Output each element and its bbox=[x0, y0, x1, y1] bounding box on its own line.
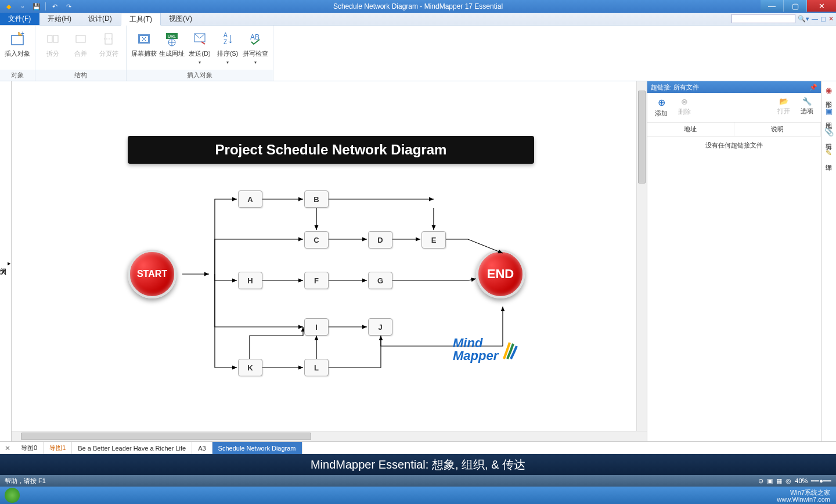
minimize-button[interactable]: — bbox=[761, 0, 784, 12]
menu-design[interactable]: 设计(D) bbox=[80, 13, 121, 25]
svg-rect-4 bbox=[53, 35, 58, 42]
svg-text:+: + bbox=[21, 31, 24, 37]
windows-taskbar: Win7系统之家 www.Winwin7.com bbox=[0, 487, 836, 504]
ribbon-label: 插入对象 bbox=[5, 49, 30, 58]
merge-button: 合并 bbox=[67, 28, 95, 67]
doc-tab[interactable]: A3 bbox=[192, 442, 212, 454]
pagebreak-button: 分页符 bbox=[95, 28, 122, 67]
collapse-icon[interactable]: ▸ bbox=[8, 260, 11, 267]
diagram-node-I[interactable]: I bbox=[304, 318, 329, 336]
diagram-node-G[interactable]: G bbox=[368, 272, 392, 289]
start-menu-icon[interactable] bbox=[5, 488, 20, 503]
sort-button[interactable]: AZ 排序(S)▾ bbox=[214, 28, 242, 67]
ribbon-group-structure: 拆分 合并 分页符 结构 bbox=[35, 26, 127, 81]
redo-icon[interactable]: ↷ bbox=[63, 1, 74, 12]
svg-text:URL: URL bbox=[168, 34, 176, 38]
vertical-scrollbar[interactable] bbox=[636, 81, 647, 431]
start-node[interactable]: START bbox=[128, 250, 182, 304]
end-node[interactable]: END bbox=[476, 250, 531, 304]
send-button[interactable]: 发送(D)▾ bbox=[186, 28, 214, 67]
diagram-node-B[interactable]: B bbox=[304, 190, 329, 208]
menubar: 文件(F) 开始(H) 设计(D) 工具(T) 视图(V) 🔍▾ — ▢ ✕ bbox=[0, 13, 836, 26]
help-restore-icon[interactable]: ▢ bbox=[820, 15, 826, 23]
open-link-button: 📂打开 bbox=[772, 95, 795, 120]
svg-text:A: A bbox=[224, 32, 228, 38]
titlebar: ◆ ▫ 💾 ↶ ↷ Schedule Network Diagram - Min… bbox=[0, 0, 836, 13]
hyperlink-panel: 超链接: 所有文件 📌 ⊕添加 ⊗删除 📂打开 🔧选项 地址 说明 没有任何超链… bbox=[647, 81, 821, 441]
spellcheck-button[interactable]: AB 拼写检查▾ bbox=[242, 28, 269, 67]
brand-icon bbox=[502, 338, 519, 361]
screen-capture-button[interactable]: 屏幕捕获 bbox=[130, 28, 158, 67]
view-icon[interactable]: ▣ bbox=[767, 477, 773, 485]
insert-object-button[interactable]: + 插入对象 bbox=[3, 28, 31, 67]
link-columns: 地址 说明 bbox=[647, 123, 821, 136]
window-title: Schedule Network Diagram - MindMapper 17… bbox=[333, 2, 503, 10]
diagram-node-J[interactable]: J bbox=[368, 318, 392, 336]
maximize-button[interactable]: ▢ bbox=[784, 0, 807, 12]
undo-icon[interactable]: ↶ bbox=[49, 1, 60, 12]
view-icon2[interactable]: ▦ bbox=[776, 477, 782, 485]
new-icon[interactable]: ▫ bbox=[17, 1, 28, 12]
doc-tab[interactable]: 导图0 bbox=[15, 442, 44, 454]
diagram-title[interactable]: Project Schedule Network Diagram bbox=[128, 136, 534, 164]
panel-header[interactable]: 超链接: 所有文件 📌 bbox=[647, 81, 821, 93]
status-right: ⊖ ▣ ▦ ◎ 40% ━━●━━ bbox=[758, 477, 831, 485]
diagram-node-A[interactable]: A bbox=[238, 190, 262, 208]
split-button: 拆分 bbox=[39, 28, 67, 67]
doc-tab-active[interactable]: Schedule Network Diagram bbox=[212, 442, 302, 454]
diagram-node-C[interactable]: C bbox=[304, 231, 329, 249]
outline-tab[interactable]: ▸ 大纲 bbox=[0, 81, 12, 441]
side-map[interactable]: ▣地图 bbox=[824, 107, 833, 117]
brand-logo: MindMapper bbox=[453, 337, 519, 362]
tab-close-icon[interactable]: ✕ bbox=[0, 442, 15, 454]
zoom-level[interactable]: 40% bbox=[795, 477, 808, 484]
status-help: 帮助，请按 F1 bbox=[5, 477, 46, 485]
canvas[interactable]: Project Schedule Network Diagram START E… bbox=[12, 81, 647, 441]
side-shapes[interactable]: ◉图形 bbox=[824, 86, 833, 96]
doc-tab[interactable]: Be a Better Leader Have a Richer Life bbox=[72, 442, 192, 454]
watermark: Win7系统之家 www.Winwin7.com bbox=[777, 489, 830, 503]
gen-url-button[interactable]: URL 生成网址 bbox=[158, 28, 186, 67]
diagram-node-K[interactable]: K bbox=[238, 359, 262, 376]
side-clip[interactable]: 📎剪辑 bbox=[824, 128, 834, 138]
svg-rect-0 bbox=[12, 35, 23, 45]
delete-link-button: ⊗删除 bbox=[673, 95, 696, 120]
zoom-slider[interactable]: ━━●━━ bbox=[811, 477, 831, 485]
pin-icon[interactable]: 📌 bbox=[809, 84, 817, 91]
quick-access-toolbar: ◆ ▫ 💾 ↶ ↷ bbox=[0, 1, 74, 12]
svg-text:Z: Z bbox=[224, 39, 227, 45]
help-close-icon[interactable]: ✕ bbox=[828, 15, 834, 23]
menu-tools[interactable]: 工具(T) bbox=[121, 13, 161, 26]
svg-rect-3 bbox=[48, 35, 52, 42]
document-tabs: ✕ 导图0 导图1 Be a Better Leader Have a Rich… bbox=[0, 441, 836, 454]
diagram-node-H[interactable]: H bbox=[238, 272, 262, 289]
search-icon[interactable]: 🔍▾ bbox=[798, 15, 809, 23]
save-icon[interactable]: 💾 bbox=[31, 1, 42, 12]
help-min-icon[interactable]: — bbox=[812, 15, 818, 23]
menu-start[interactable]: 开始(H) bbox=[39, 13, 80, 25]
add-link-button[interactable]: ⊕添加 bbox=[650, 95, 673, 120]
ribbon-group-label: 对象 bbox=[0, 70, 35, 81]
horizontal-scrollbar[interactable] bbox=[12, 431, 647, 441]
brand-text: MindMapper bbox=[453, 337, 498, 362]
diagram-node-L[interactable]: L bbox=[304, 359, 329, 376]
file-menu[interactable]: 文件(F) bbox=[0, 13, 39, 25]
close-button[interactable]: ✕ bbox=[807, 0, 836, 12]
menubar-right: 🔍▾ — ▢ ✕ bbox=[732, 14, 834, 23]
options-button[interactable]: 🔧选项 bbox=[795, 95, 819, 120]
connector-lines bbox=[12, 81, 627, 441]
diagram-node-D[interactable]: D bbox=[368, 231, 392, 249]
app-icon[interactable]: ◆ bbox=[3, 1, 14, 12]
zoom-out-icon[interactable]: ⊖ bbox=[758, 477, 763, 485]
view-icon3[interactable]: ◎ bbox=[785, 477, 791, 485]
doc-tab[interactable]: 导图1 bbox=[44, 442, 72, 454]
diagram-node-F[interactable]: F bbox=[304, 272, 329, 289]
menu-view[interactable]: 视图(V) bbox=[161, 13, 201, 25]
ribbon: + 插入对象 对象 拆分 合并 分页符 结构 屏幕捕获 bbox=[0, 26, 836, 81]
side-detail[interactable]: ✎详细 bbox=[824, 149, 833, 159]
ribbon-group-insert: 屏幕捕获 URL 生成网址 发送(D)▾ AZ 排序(S)▾ AB 拼写检查▾ … bbox=[127, 26, 273, 81]
svg-rect-5 bbox=[76, 35, 85, 42]
empty-message: 没有任何超链接文件 bbox=[647, 136, 821, 154]
style-selector[interactable] bbox=[732, 14, 795, 23]
diagram-node-E[interactable]: E bbox=[421, 231, 446, 249]
